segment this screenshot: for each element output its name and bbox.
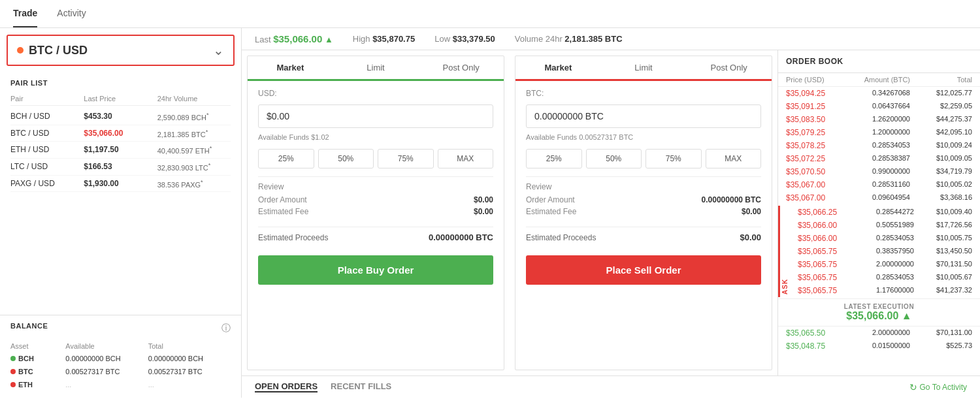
tab-limit-sell[interactable]: Limit [601,56,687,79]
price-col-header: Last Price [84,95,157,103]
pair-symbol: BTC / USD [29,44,88,57]
buy-review: Review Order Amount $0.00 Estimated Fee … [258,176,493,219]
sell-tabs: Market Limit Post Only [515,56,772,81]
chevron-down-icon: ⌄ [213,42,224,58]
sell-review-title: Review [526,182,761,191]
list-item[interactable]: BTC / USD $35,066.00 2,181.385 BTC* [10,125,231,142]
sell-50-btn[interactable]: 50% [586,149,642,168]
high-price-info: High $35,870.75 [353,34,415,44]
latest-execution: LATEST EXECUTION $35,066.00 ▲ [778,298,980,327]
balance-header: BALANCE ⓘ [10,322,231,335]
balance-title: BALANCE [10,322,48,330]
table-row: $35,070.500.99000000$34,719.79 [778,165,980,178]
buy-available-funds: Available Funds $1.02 [258,133,493,141]
buy-currency-label: USD: [258,89,493,98]
pair-list-title: PAIR LIST [10,79,231,87]
balance-row-bch: BCH 0.00000000 BCH 0.00000000 BCH [10,352,231,365]
balance-row-eth: ETH ... ... [10,378,231,391]
sell-max-btn[interactable]: MAX [706,149,762,168]
tab-post-only-sell[interactable]: Post Only [686,56,772,79]
latest-exec-arrow: ▲ [902,310,912,321]
order-book-cols: Price (USD) Amount (BTC) Total [778,73,980,87]
tab-recent-fills[interactable]: RECENT FILLS [331,381,391,392]
buy-percent-buttons: 25% 50% 75% MAX [258,149,493,168]
pair-list-header: Pair Last Price 24hr Volume [10,92,231,106]
table-row: $35,065.502.00000000$70,131.00 [778,327,980,340]
buy-25-btn[interactable]: 25% [258,149,314,168]
sell-25-btn[interactable]: 25% [526,149,582,168]
buy-panel-body: USD: Available Funds $1.02 25% 50% 75% M… [248,81,504,370]
sell-review: Review Order Amount 0.00000000 BTC Estim… [526,176,761,219]
volume-col-header: 24hr Volume [157,95,231,103]
tab-open-orders[interactable]: OPEN ORDERS [255,381,318,392]
table-row: $35,066.000.50551989$17,726.56 [790,219,980,232]
ask-label: ASK [780,206,790,297]
buy-tabs: Market Limit Post Only [248,56,504,81]
tab-market-sell[interactable]: Market [515,56,601,81]
table-row: $35,067.000.28531160$10,005.02 [778,178,980,191]
buy-amount-input[interactable] [258,104,493,128]
bch-status-dot [10,356,16,361]
sell-proceeds-row: Estimated Proceeds $0.00 [526,227,761,247]
table-row: $35,066.000.28534053$10,005.75 [790,232,980,245]
market-info-bar: Last $35,066.00 ▲ High $35,870.75 Low $3… [242,28,980,50]
pair-list: PAIR LIST Pair Last Price 24hr Volume BC… [0,72,241,315]
table-row: $35,091.250.06437664$2,259.05 [778,100,980,113]
sell-fee-row: Estimated Fee $0.00 [526,207,761,216]
sell-75-btn[interactable]: 75% [645,149,702,168]
last-price-info: Last $35,066.00 ▲ [255,33,333,44]
buy-proceeds-row: Estimated Proceeds 0.00000000 BTC [258,227,493,247]
sell-panel: Market Limit Post Only BTC: Available Fu… [515,56,772,370]
tab-limit-buy[interactable]: Limit [333,56,419,79]
go-to-activity-link[interactable]: ↻ Go To Activity [909,382,967,392]
pair-status-dot [17,47,24,54]
nav-trade[interactable]: Trade [13,0,37,27]
table-row: $35,072.250.28538387$10,009.05 [778,152,980,165]
table-row: $35,094.250.34267068$12,025.77 [778,87,980,100]
buy-max-btn[interactable]: MAX [438,149,494,168]
buy-panel: Market Limit Post Only USD: Available Fu… [247,56,504,370]
list-item[interactable]: PAXG / USD $1,930.00 38.536 PAXG* [10,176,231,193]
balance-row-btc: BTC 0.00527317 BTC 0.00527317 BTC [10,365,231,378]
table-row: $35,078.250.28534053$10,009.24 [778,139,980,152]
table-row: $35,083.501.26200000$44,275.37 [778,113,980,126]
buy-fee-row: Estimated Fee $0.00 [258,207,493,216]
sell-panel-body: BTC: Available Funds 0.00527317 BTC 25% … [515,81,772,370]
nav-activity[interactable]: Activity [57,0,86,27]
latest-execution-price: $35,066.00 ▲ [786,310,972,322]
balance-list-header: Asset Available Total [10,340,231,352]
table-row: $35,066.250.28544272$10,009.40 [790,206,980,219]
table-row: $35,079.251.20000000$42,095.10 [778,126,980,139]
place-buy-order-button[interactable]: Place Buy Order [258,255,493,285]
refresh-icon: ↻ [909,382,917,392]
balance-section: BALANCE ⓘ Asset Available Total BCH 0.00… [0,315,241,398]
tab-post-only-buy[interactable]: Post Only [418,56,504,79]
buy-50-btn[interactable]: 50% [318,149,374,168]
sell-currency-label: BTC: [526,89,761,98]
price-up-arrow: ▲ [325,35,333,44]
list-item[interactable]: BCH / USD $453.30 2,590.089 BCH* [10,108,231,125]
pair-col-header: Pair [10,95,84,103]
sidebar: BTC / USD ⌄ PAIR LIST Pair Last Price 24… [0,28,242,398]
list-item[interactable]: LTC / USD $166.53 32,830.903 LTC* [10,159,231,176]
info-icon[interactable]: ⓘ [221,323,231,334]
order-book-header: ORDER BOOK [778,50,980,73]
table-row: $35,065.752.00000000$70,131.50 [790,258,980,271]
sell-amount-input[interactable] [526,104,761,128]
buy-order-amount-row: Order Amount $0.00 [258,195,493,204]
pair-selector[interactable]: BTC / USD ⌄ [7,35,235,66]
table-row: $35,065.750.28534053$10,005.67 [790,271,980,284]
table-row: $35,065.750.38357950$13,450.50 [790,245,980,258]
low-price-info: Low $33,379.50 [434,34,495,44]
top-nav: Trade Activity [0,0,980,28]
sell-percent-buttons: 25% 50% 75% MAX [526,149,761,168]
sell-available-funds: Available Funds 0.00527317 BTC [526,133,761,141]
buy-75-btn[interactable]: 75% [378,149,434,168]
place-sell-order-button[interactable]: Place Sell Order [526,255,761,285]
btc-status-dot [10,369,16,374]
table-row: $35,065.751.17600000$41,237.32 [790,284,980,297]
tab-market-buy[interactable]: Market [248,56,333,81]
list-item[interactable]: ETH / USD $1,197.50 40,400.597 ETH* [10,142,231,159]
ask-rows: $35,094.250.34267068$12,025.77 $35,091.2… [778,87,980,375]
volume-info: Volume 24hr 2,181.385 BTC [515,34,623,44]
